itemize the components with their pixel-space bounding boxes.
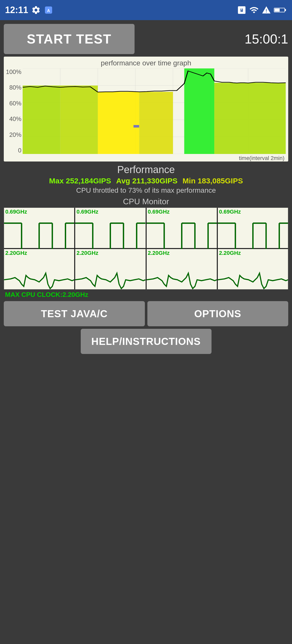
cpu-cell-0-1: 0.69GHz <box>75 208 145 248</box>
timer-display: 15:00:1 <box>138 31 288 47</box>
cpu-chart-1-3 <box>218 249 288 310</box>
battery-icon <box>274 6 287 15</box>
perf-min: Min 183,085GIPS <box>183 177 243 185</box>
cpu-cell-1-0: 2.20GHz <box>4 249 74 289</box>
wifi-icon <box>249 5 259 15</box>
cpu-chart-1-1 <box>75 249 145 310</box>
cpu-freq-0-3: 0.69GHz <box>219 209 241 215</box>
graph-time-label: time(interval 2min) <box>239 155 286 162</box>
alert-icon <box>262 6 271 15</box>
performance-chart <box>23 68 286 154</box>
cpu-monitor-section: CPU Monitor 0.69GHz 0.69GHz <box>4 197 288 299</box>
svg-rect-23 <box>214 83 286 154</box>
y-label-60: 60% <box>9 100 21 107</box>
nfc-icon <box>237 6 246 15</box>
perf-avg: Avg 211,330GIPS <box>116 177 178 185</box>
y-label-40: 40% <box>9 115 21 123</box>
status-right <box>237 5 287 15</box>
perf-max: Max 252,184GIPS <box>49 177 111 185</box>
graph-area <box>23 68 286 154</box>
time-display: 12:11 <box>5 5 28 15</box>
main-content: START TEST 15:00:1 performance over time… <box>0 20 292 360</box>
svg-rect-18 <box>60 86 98 154</box>
cpu-chart-1-2 <box>147 249 217 310</box>
cpu-cell-1-3: 2.20GHz <box>218 249 288 289</box>
svg-text:A: A <box>47 9 50 13</box>
cpu-cell-1-1: 2.20GHz <box>75 249 145 289</box>
app-icon: A <box>44 5 53 15</box>
cpu-freq-0-2: 0.69GHz <box>148 209 170 215</box>
y-label-0: 0 <box>18 147 21 154</box>
performance-title: Performance <box>4 164 288 175</box>
cpu-grid: 0.69GHz 0.69GHz <box>4 208 288 290</box>
cpu-freq-1-0: 2.20GHz <box>5 250 27 256</box>
svg-rect-22 <box>184 68 215 154</box>
help-row: HELP/INSTRUCTIONS <box>4 329 288 354</box>
cpu-freq-1-1: 2.20GHz <box>76 250 98 256</box>
graph-container: 100% 80% 60% 40% 20% 0 <box>6 68 286 162</box>
top-row: START TEST 15:00:1 <box>4 24 288 54</box>
svg-rect-4 <box>285 9 286 11</box>
performance-stats: Max 252,184GIPS Avg 211,330GIPS Min 183,… <box>4 177 288 185</box>
y-label-100: 100% <box>6 68 21 75</box>
cpu-cell-1-2: 2.20GHz <box>147 249 217 289</box>
svg-rect-17 <box>23 86 60 154</box>
y-label-20: 20% <box>9 131 21 138</box>
performance-section: Performance Max 252,184GIPS Avg 211,330G… <box>4 164 288 194</box>
status-bar: 12:11 A <box>0 0 292 20</box>
svg-rect-20 <box>134 125 139 128</box>
cpu-freq-0-0: 0.69GHz <box>5 209 27 215</box>
cpu-cell-0-3: 0.69GHz <box>218 208 288 248</box>
y-label-80: 80% <box>9 84 21 91</box>
cpu-cell-0-2: 0.69GHz <box>147 208 217 248</box>
help-instructions-button[interactable]: HELP/INSTRUCTIONS <box>81 329 212 354</box>
settings-icon <box>31 5 41 15</box>
cpu-freq-1-3: 2.20GHz <box>219 250 241 256</box>
graph-y-labels: 100% 80% 60% 40% 20% 0 <box>6 68 23 154</box>
cpu-freq-1-2: 2.20GHz <box>148 250 170 256</box>
graph-section: performance over time graph 100% 80% 60%… <box>4 57 288 162</box>
cpu-freq-0-1: 0.69GHz <box>76 209 98 215</box>
cpu-cell-0-0: 0.69GHz <box>4 208 74 248</box>
cpu-chart-1-0 <box>4 249 74 310</box>
svg-rect-21 <box>139 92 173 154</box>
cpu-monitor-title: CPU Monitor <box>4 197 288 206</box>
graph-title: performance over time graph <box>6 59 286 67</box>
svg-rect-19 <box>98 92 139 154</box>
throttle-text: CPU throttled to 73% of its max performa… <box>4 186 288 194</box>
svg-rect-3 <box>275 9 280 12</box>
start-test-button[interactable]: START TEST <box>4 24 135 54</box>
status-left: 12:11 A <box>5 5 53 15</box>
